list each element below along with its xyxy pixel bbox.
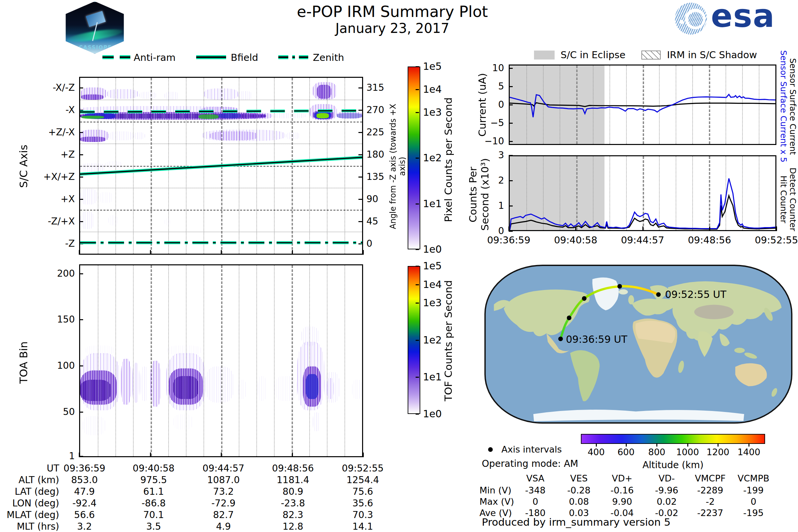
current-ytick: −10 <box>472 136 504 147</box>
time-xtick: 09:48:56 <box>678 234 741 246</box>
colorbar-tick-label: 1e5 <box>423 60 442 72</box>
tick-mark <box>363 453 364 457</box>
spectro-right-tick: 225 <box>366 127 384 138</box>
spectro-right-tick: 135 <box>366 171 384 182</box>
track-dot <box>582 296 587 301</box>
tick-mark <box>79 453 80 457</box>
counts-ylabel-line2: Second (x10³) <box>479 155 491 234</box>
tick-mark <box>509 180 513 181</box>
toa-ytick: 150 <box>40 314 75 325</box>
tick-mark <box>150 250 151 255</box>
ephem-cell: 70.1 <box>120 509 187 520</box>
time-xtick: 09:52:55 <box>745 234 798 246</box>
colorbar-tick-label: 1e2 <box>423 334 442 346</box>
volt-row-label: Ave (V) <box>479 508 512 518</box>
data-blob <box>313 412 320 431</box>
series-sensor-surface-current <box>510 103 775 107</box>
esa-wordmark: esa <box>711 0 787 35</box>
data-blob <box>121 359 131 405</box>
bfield-line-icon <box>196 55 226 60</box>
toa-ytick: 100 <box>40 360 75 371</box>
tick-mark <box>508 226 509 231</box>
tof-colorbar-title: TOF Counts per Second <box>442 263 454 419</box>
ephem-row-label: UT <box>0 463 59 474</box>
tick-mark <box>709 226 710 231</box>
ephem-row-label: LAT (deg) <box>0 486 59 497</box>
current-right-label-black: Sensor Surface Current <box>788 50 798 163</box>
toa-panel <box>79 264 363 457</box>
ephem-cell: -92.4 <box>51 498 118 509</box>
gridline-minor <box>133 265 134 456</box>
toa-ytick: 200 <box>40 268 75 279</box>
data-blob <box>173 376 198 399</box>
current-ytick: 5 <box>472 81 504 92</box>
colorbar-tick-label: 1e1 <box>423 198 442 209</box>
spectro-panel <box>79 77 363 255</box>
patch-mission-name: CASSIOPE <box>64 44 127 51</box>
eclipse-legend: S/C in Eclipse IRM in S/C Shadow <box>532 49 795 61</box>
ephem-cell: 3.5 <box>120 521 187 532</box>
colorbar-tick-label: 1e1 <box>423 371 442 383</box>
spectro-ytick: -Z/+X <box>26 216 75 227</box>
current-panel <box>509 64 776 145</box>
gridline-minor <box>274 265 274 456</box>
current-ytick: 0 <box>472 99 504 110</box>
data-blob <box>327 378 334 399</box>
volt-cell: -195 <box>727 508 780 518</box>
tick-mark <box>642 226 643 231</box>
ephem-cell: 09:52:55 <box>329 463 396 474</box>
counts-ylabel-line1: Counts Per <box>467 156 479 233</box>
ephem-cell: -72.9 <box>190 498 257 509</box>
data-blob <box>238 380 246 399</box>
data-blob <box>151 361 160 407</box>
data-blob <box>173 414 193 430</box>
colorbar-tick-label: 1e3 <box>423 107 442 118</box>
ephem-cell: -86.8 <box>120 498 187 509</box>
ephem-cell: 12.8 <box>260 521 326 532</box>
tick-mark <box>657 443 657 446</box>
tick-mark <box>626 443 627 446</box>
tick-mark <box>416 66 419 67</box>
tick-mark <box>363 250 364 255</box>
counts-ytick: 3 <box>479 150 504 160</box>
tick-mark <box>416 284 419 285</box>
data-blob <box>302 326 319 345</box>
esa-logo: esa <box>675 2 788 35</box>
tick-mark <box>509 68 513 69</box>
tick-mark <box>416 266 419 267</box>
counts-right-label-black: Hit Counter <box>779 166 788 233</box>
shadow-label: IRM in S/C Shadow <box>667 49 757 60</box>
operating-mode: Operating mode: AM <box>482 458 578 469</box>
gridline-minor <box>256 265 257 456</box>
page: CASSIOPE e-POP IRM Summary Plot January … <box>0 0 798 532</box>
tick-mark <box>150 453 151 457</box>
data-blob <box>80 380 111 401</box>
counts-ytick: 2 <box>479 175 504 186</box>
tick-mark <box>292 250 293 255</box>
gridline-major <box>221 265 223 456</box>
tick-mark <box>79 250 80 255</box>
data-blob <box>274 376 297 401</box>
track-dot <box>558 337 563 341</box>
tick-mark <box>221 453 222 457</box>
time-xtick: 09:44:57 <box>611 234 674 246</box>
tick-mark <box>416 303 419 304</box>
ephem-cell: 70.3 <box>329 509 396 520</box>
overlay-lines-svg <box>80 78 362 254</box>
tick-mark <box>416 204 419 205</box>
spectro-ytick: +X/+Z <box>26 171 75 182</box>
data-blob <box>141 366 148 401</box>
gridline-minor <box>204 265 204 456</box>
colorbar-tick-label: 1e3 <box>423 297 442 308</box>
ephem-cell: 56.6 <box>51 509 118 520</box>
tick-mark <box>718 443 719 446</box>
current-right-label-blue: Sensor Surface Current x 5 <box>779 46 788 166</box>
spectro-right-tick: 90 <box>366 193 378 205</box>
colorbar-tick-label: 1e0 <box>423 243 442 255</box>
ephem-row-label: ALT (km) <box>0 474 59 486</box>
ephem-cell: 82.7 <box>190 509 257 520</box>
track-dot <box>567 316 572 320</box>
world-map: 09:36:59 UT 09:52:55 UT <box>484 264 793 424</box>
alt-tick-label: 1400 <box>729 447 769 457</box>
eclipse-swatch-icon <box>534 51 555 59</box>
